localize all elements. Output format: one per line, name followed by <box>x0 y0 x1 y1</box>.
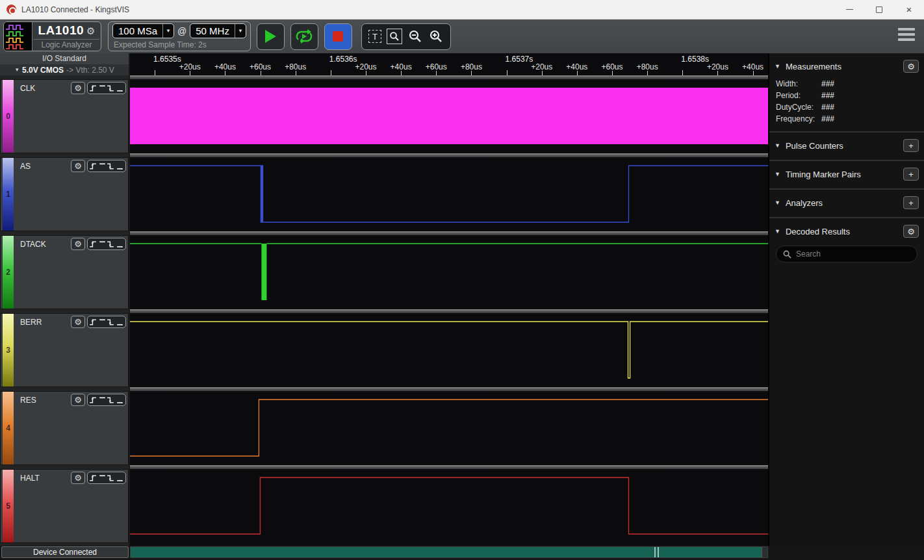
measurement-row: Frequency:### <box>776 113 924 125</box>
decoded-results-settings-button[interactable]: ⚙ <box>903 225 919 238</box>
start-button[interactable] <box>257 23 285 50</box>
magnifier-icon <box>389 31 400 42</box>
add-timing-marker-button[interactable]: + <box>903 168 919 181</box>
waveform-row-dtack[interactable] <box>130 231 768 309</box>
io-standard-selector[interactable]: ▼ 5.0V CMOS -> Vth: 2.50 V <box>0 64 129 75</box>
waveform-row-res[interactable] <box>130 387 768 465</box>
waveform-row-as[interactable] <box>130 153 768 231</box>
collapse-triangle-icon[interactable]: ▼ <box>775 63 780 70</box>
collapse-triangle-icon[interactable]: ▼ <box>775 199 780 206</box>
waveform-row-halt[interactable] <box>130 465 768 543</box>
channel-trigger-buttons[interactable] <box>87 394 126 406</box>
trigger-rising-edge-icon[interactable] <box>89 474 97 482</box>
collapse-triangle-icon[interactable]: ▼ <box>775 142 780 149</box>
trigger-low-level-icon[interactable] <box>116 318 124 326</box>
trigger-falling-edge-icon[interactable] <box>107 318 115 326</box>
device-settings-gear-icon[interactable]: ⚙ <box>86 26 95 36</box>
trigger-high-level-icon[interactable] <box>98 240 107 248</box>
trigger-rising-edge-icon[interactable] <box>89 84 97 92</box>
stop-button[interactable] <box>324 23 352 50</box>
trigger-low-level-icon[interactable] <box>116 162 124 170</box>
measurements-title: Measurements <box>786 62 841 71</box>
loop-capture-button[interactable] <box>290 23 318 50</box>
trigger-high-level-icon[interactable] <box>98 318 107 326</box>
capture-overview-bar[interactable] <box>130 546 768 558</box>
channel-settings-button[interactable]: ⚙ <box>71 160 85 172</box>
channel-trigger-buttons[interactable] <box>87 472 126 484</box>
axis-minor-label: +80us <box>637 62 658 71</box>
channel-trigger-buttons[interactable] <box>87 316 126 328</box>
trigger-tool-button[interactable]: T <box>368 30 381 43</box>
channel-box-halt[interactable]: 5HALT⚙ <box>0 469 129 543</box>
channel-trigger-buttons[interactable] <box>87 82 126 94</box>
axis-minor-tick <box>436 71 437 75</box>
axis-minor-label: +60us <box>426 62 447 71</box>
channel-settings-button[interactable]: ⚙ <box>71 394 85 406</box>
waveform-panel[interactable]: 1.6535s+20us+40us+60us+80us1.6536s+20us+… <box>130 53 768 546</box>
sample-depth-dropdown[interactable]: 100 MSa ▼ <box>112 23 174 38</box>
measurements-settings-button[interactable]: ⚙ <box>903 60 919 73</box>
minimize-icon <box>846 9 853 10</box>
trigger-low-level-icon[interactable] <box>116 84 124 92</box>
trigger-low-level-icon[interactable] <box>116 474 124 482</box>
channel-trigger-buttons[interactable] <box>87 160 126 172</box>
close-button[interactable]: × <box>894 0 924 19</box>
dropdown-arrow-icon[interactable]: ▼ <box>235 24 246 38</box>
device-type-label: Logic Analyzer <box>34 39 99 51</box>
trigger-falling-edge-icon[interactable] <box>107 162 115 170</box>
axis-major-tick <box>331 70 331 75</box>
trigger-falling-edge-icon[interactable] <box>107 84 115 92</box>
axis-minor-tick <box>542 71 543 75</box>
window-title: LA1010 Connected - KingstVIS <box>21 5 129 14</box>
zoom-tool-button[interactable] <box>387 29 402 44</box>
trigger-low-level-icon[interactable] <box>116 240 124 248</box>
trigger-falling-edge-icon[interactable] <box>107 396 115 404</box>
decoded-results-search[interactable] <box>776 246 918 262</box>
trigger-high-level-icon[interactable] <box>98 396 107 404</box>
trigger-high-level-icon[interactable] <box>98 84 107 92</box>
device-logo-icon <box>4 22 32 51</box>
app-logo-icon <box>6 5 16 14</box>
search-input[interactable] <box>796 249 900 259</box>
channel-settings-button[interactable]: ⚙ <box>71 472 85 484</box>
channel-box-as[interactable]: 1AS⚙ <box>0 157 129 231</box>
dropdown-arrow-icon[interactable]: ▼ <box>162 24 173 38</box>
zoom-out-button[interactable] <box>407 29 423 44</box>
menu-button[interactable] <box>898 28 915 41</box>
axis-minor-tick <box>190 71 190 75</box>
device-panel[interactable]: LA1010 ⚙ Logic Analyzer <box>3 21 101 51</box>
trigger-high-level-icon[interactable] <box>98 474 107 482</box>
io-standard-header: I/O Standard <box>0 53 129 64</box>
add-pulse-counter-button[interactable]: + <box>903 139 919 152</box>
trigger-falling-edge-icon[interactable] <box>107 240 115 248</box>
trigger-high-level-icon[interactable] <box>98 162 107 170</box>
overview-position-handle[interactable] <box>654 547 659 557</box>
trigger-rising-edge-icon[interactable] <box>89 162 97 170</box>
channel-box-berr[interactable]: 3BERR⚙ <box>0 313 129 387</box>
trigger-low-level-icon[interactable] <box>116 396 124 404</box>
trigger-falling-edge-icon[interactable] <box>107 474 115 482</box>
add-analyzer-button[interactable]: + <box>903 196 919 209</box>
channel-trigger-buttons[interactable] <box>87 238 126 250</box>
trigger-rising-edge-icon[interactable] <box>89 240 97 248</box>
waveform-row-berr[interactable] <box>130 309 768 387</box>
maximize-button[interactable] <box>864 0 894 19</box>
channel-color-strip: 4 <box>3 392 14 465</box>
sample-rate-value: 50 MHz <box>190 25 235 36</box>
io-vth-value: -> Vth: 2.50 V <box>66 66 114 75</box>
minimize-button[interactable] <box>834 0 864 19</box>
channel-settings-button[interactable]: ⚙ <box>71 316 85 328</box>
channel-settings-button[interactable]: ⚙ <box>71 238 85 250</box>
channel-box-clk[interactable]: 0CLK⚙ <box>0 79 129 153</box>
channel-box-res[interactable]: 4RES⚙ <box>0 391 129 465</box>
channel-box-dtack[interactable]: 2DTACK⚙ <box>0 235 129 309</box>
collapse-triangle-icon[interactable]: ▼ <box>775 171 780 177</box>
trigger-rising-edge-icon[interactable] <box>89 396 97 404</box>
channel-settings-button[interactable]: ⚙ <box>71 82 85 94</box>
waveform-row-clk[interactable] <box>130 75 768 153</box>
collapse-triangle-icon[interactable]: ▼ <box>775 228 780 235</box>
sample-rate-dropdown[interactable]: 50 MHz ▼ <box>190 23 246 38</box>
channel-color-strip: 0 <box>3 80 14 153</box>
trigger-rising-edge-icon[interactable] <box>89 318 97 326</box>
zoom-in-button[interactable] <box>428 29 444 44</box>
